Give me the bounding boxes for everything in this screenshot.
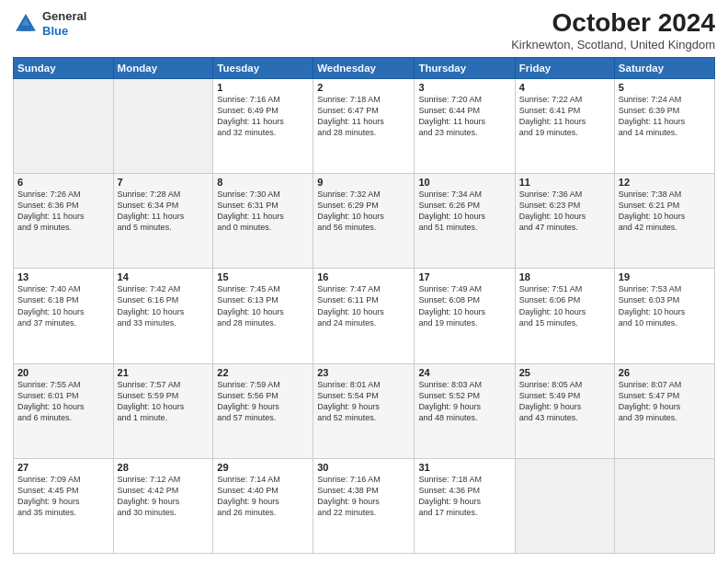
table-row: 31Sunrise: 7:18 AM Sunset: 4:36 PM Dayli… bbox=[415, 458, 515, 553]
table-row: 9Sunrise: 7:32 AM Sunset: 6:29 PM Daylig… bbox=[313, 174, 415, 269]
day-number: 12 bbox=[619, 177, 711, 188]
svg-rect-2 bbox=[20, 25, 31, 30]
header: General Blue October 2024 Kirknewton, Sc… bbox=[13, 9, 715, 52]
logo-blue: Blue bbox=[42, 24, 86, 39]
header-sunday: Sunday bbox=[14, 57, 114, 78]
day-number: 28 bbox=[118, 462, 210, 473]
header-friday: Friday bbox=[515, 57, 614, 78]
day-number: 1 bbox=[217, 82, 309, 93]
day-number: 9 bbox=[317, 177, 410, 188]
day-content: Sunrise: 7:18 AM Sunset: 6:47 PM Dayligh… bbox=[317, 94, 410, 139]
table-row: 23Sunrise: 8:01 AM Sunset: 5:54 PM Dayli… bbox=[313, 363, 415, 458]
table-row: 26Sunrise: 8:07 AM Sunset: 5:47 PM Dayli… bbox=[614, 363, 714, 458]
day-number: 21 bbox=[118, 367, 210, 378]
day-number: 14 bbox=[118, 271, 210, 282]
table-row: 6Sunrise: 7:26 AM Sunset: 6:36 PM Daylig… bbox=[14, 174, 114, 269]
table-row: 18Sunrise: 7:51 AM Sunset: 6:06 PM Dayli… bbox=[515, 269, 614, 363]
day-content: Sunrise: 7:34 AM Sunset: 6:26 PM Dayligh… bbox=[418, 189, 510, 234]
day-number: 11 bbox=[519, 177, 610, 188]
calendar-week-row: 6Sunrise: 7:26 AM Sunset: 6:36 PM Daylig… bbox=[14, 174, 715, 269]
logo: General Blue bbox=[13, 9, 86, 38]
table-row: 16Sunrise: 7:47 AM Sunset: 6:11 PM Dayli… bbox=[313, 269, 415, 363]
day-number: 13 bbox=[17, 271, 109, 282]
table-row: 10Sunrise: 7:34 AM Sunset: 6:26 PM Dayli… bbox=[415, 174, 515, 269]
day-number: 27 bbox=[17, 462, 109, 473]
day-number: 4 bbox=[519, 82, 610, 93]
table-row: 1Sunrise: 7:16 AM Sunset: 6:49 PM Daylig… bbox=[213, 78, 313, 173]
table-row bbox=[113, 78, 213, 173]
calendar-table: Sunday Monday Tuesday Wednesday Thursday… bbox=[13, 57, 715, 554]
table-row: 15Sunrise: 7:45 AM Sunset: 6:13 PM Dayli… bbox=[213, 269, 313, 363]
table-row: 13Sunrise: 7:40 AM Sunset: 6:18 PM Dayli… bbox=[14, 269, 114, 363]
day-number: 23 bbox=[317, 367, 410, 378]
month-title: October 2024 bbox=[511, 9, 715, 38]
day-number: 2 bbox=[317, 82, 410, 93]
table-row bbox=[614, 458, 714, 553]
day-content: Sunrise: 8:01 AM Sunset: 5:54 PM Dayligh… bbox=[317, 379, 410, 424]
day-content: Sunrise: 7:38 AM Sunset: 6:21 PM Dayligh… bbox=[619, 189, 711, 234]
day-content: Sunrise: 7:55 AM Sunset: 6:01 PM Dayligh… bbox=[17, 379, 109, 424]
day-content: Sunrise: 7:40 AM Sunset: 6:18 PM Dayligh… bbox=[17, 283, 109, 328]
day-content: Sunrise: 7:12 AM Sunset: 4:42 PM Dayligh… bbox=[118, 474, 210, 519]
table-row: 14Sunrise: 7:42 AM Sunset: 6:16 PM Dayli… bbox=[113, 269, 213, 363]
table-row: 12Sunrise: 7:38 AM Sunset: 6:21 PM Dayli… bbox=[614, 174, 714, 269]
location: Kirknewton, Scotland, United Kingdom bbox=[511, 38, 715, 52]
table-row bbox=[14, 78, 114, 173]
weekday-header-row: Sunday Monday Tuesday Wednesday Thursday… bbox=[14, 57, 715, 78]
day-content: Sunrise: 7:47 AM Sunset: 6:11 PM Dayligh… bbox=[317, 283, 410, 328]
day-number: 19 bbox=[619, 271, 711, 282]
table-row: 30Sunrise: 7:16 AM Sunset: 4:38 PM Dayli… bbox=[313, 458, 415, 553]
table-row: 27Sunrise: 7:09 AM Sunset: 4:45 PM Dayli… bbox=[14, 458, 114, 553]
logo-general: General bbox=[42, 9, 86, 24]
day-number: 15 bbox=[217, 271, 309, 282]
day-content: Sunrise: 8:07 AM Sunset: 5:47 PM Dayligh… bbox=[619, 379, 711, 424]
table-row: 20Sunrise: 7:55 AM Sunset: 6:01 PM Dayli… bbox=[14, 363, 114, 458]
table-row: 4Sunrise: 7:22 AM Sunset: 6:41 PM Daylig… bbox=[515, 78, 614, 173]
day-content: Sunrise: 7:51 AM Sunset: 6:06 PM Dayligh… bbox=[519, 283, 610, 328]
logo-icon bbox=[13, 11, 39, 37]
table-row: 29Sunrise: 7:14 AM Sunset: 4:40 PM Dayli… bbox=[213, 458, 313, 553]
day-content: Sunrise: 8:05 AM Sunset: 5:49 PM Dayligh… bbox=[519, 379, 610, 424]
table-row: 5Sunrise: 7:24 AM Sunset: 6:39 PM Daylig… bbox=[614, 78, 714, 173]
header-wednesday: Wednesday bbox=[313, 57, 415, 78]
day-number: 24 bbox=[418, 367, 510, 378]
day-number: 26 bbox=[619, 367, 711, 378]
day-content: Sunrise: 7:16 AM Sunset: 6:49 PM Dayligh… bbox=[217, 94, 309, 139]
day-content: Sunrise: 7:45 AM Sunset: 6:13 PM Dayligh… bbox=[217, 283, 309, 328]
table-row: 28Sunrise: 7:12 AM Sunset: 4:42 PM Dayli… bbox=[113, 458, 213, 553]
day-content: Sunrise: 7:22 AM Sunset: 6:41 PM Dayligh… bbox=[519, 94, 610, 139]
table-row: 17Sunrise: 7:49 AM Sunset: 6:08 PM Dayli… bbox=[415, 269, 515, 363]
table-row: 21Sunrise: 7:57 AM Sunset: 5:59 PM Dayli… bbox=[113, 363, 213, 458]
table-row bbox=[515, 458, 614, 553]
day-content: Sunrise: 7:42 AM Sunset: 6:16 PM Dayligh… bbox=[118, 283, 210, 328]
day-content: Sunrise: 7:28 AM Sunset: 6:34 PM Dayligh… bbox=[118, 189, 210, 234]
day-content: Sunrise: 8:03 AM Sunset: 5:52 PM Dayligh… bbox=[418, 379, 510, 424]
day-content: Sunrise: 7:49 AM Sunset: 6:08 PM Dayligh… bbox=[418, 283, 510, 328]
calendar-week-row: 1Sunrise: 7:16 AM Sunset: 6:49 PM Daylig… bbox=[14, 78, 715, 173]
day-number: 3 bbox=[418, 82, 510, 93]
title-block: October 2024 Kirknewton, Scotland, Unite… bbox=[511, 9, 715, 52]
day-content: Sunrise: 7:59 AM Sunset: 5:56 PM Dayligh… bbox=[217, 379, 309, 424]
table-row: 24Sunrise: 8:03 AM Sunset: 5:52 PM Dayli… bbox=[415, 363, 515, 458]
table-row: 25Sunrise: 8:05 AM Sunset: 5:49 PM Dayli… bbox=[515, 363, 614, 458]
header-monday: Monday bbox=[113, 57, 213, 78]
calendar-week-row: 27Sunrise: 7:09 AM Sunset: 4:45 PM Dayli… bbox=[14, 458, 715, 553]
table-row: 19Sunrise: 7:53 AM Sunset: 6:03 PM Dayli… bbox=[614, 269, 714, 363]
day-number: 17 bbox=[418, 271, 510, 282]
header-thursday: Thursday bbox=[415, 57, 515, 78]
day-content: Sunrise: 7:09 AM Sunset: 4:45 PM Dayligh… bbox=[17, 474, 109, 519]
day-content: Sunrise: 7:53 AM Sunset: 6:03 PM Dayligh… bbox=[619, 283, 711, 328]
day-number: 18 bbox=[519, 271, 610, 282]
day-number: 7 bbox=[118, 177, 210, 188]
day-content: Sunrise: 7:26 AM Sunset: 6:36 PM Dayligh… bbox=[17, 189, 109, 234]
day-content: Sunrise: 7:20 AM Sunset: 6:44 PM Dayligh… bbox=[418, 94, 510, 139]
table-row: 22Sunrise: 7:59 AM Sunset: 5:56 PM Dayli… bbox=[213, 363, 313, 458]
day-content: Sunrise: 7:18 AM Sunset: 4:36 PM Dayligh… bbox=[418, 474, 510, 519]
page: General Blue October 2024 Kirknewton, Sc… bbox=[0, 0, 728, 563]
table-row: 2Sunrise: 7:18 AM Sunset: 6:47 PM Daylig… bbox=[313, 78, 415, 173]
day-number: 10 bbox=[418, 177, 510, 188]
table-row: 7Sunrise: 7:28 AM Sunset: 6:34 PM Daylig… bbox=[113, 174, 213, 269]
day-content: Sunrise: 7:16 AM Sunset: 4:38 PM Dayligh… bbox=[317, 474, 410, 519]
day-number: 25 bbox=[519, 367, 610, 378]
day-number: 5 bbox=[619, 82, 711, 93]
